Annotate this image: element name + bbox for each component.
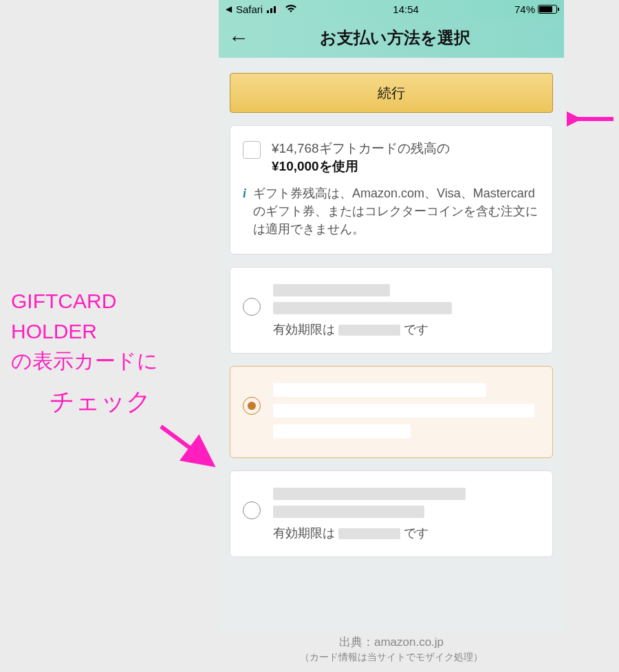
expiry-suffix: です [404,526,428,540]
giftcard-line2: ¥10,000を使用 [272,159,358,173]
page-title: お支払い方法を選択 [259,27,554,49]
arrow-diag-icon [155,421,217,476]
giftcard-info: ギフト券残高は、Amazon.com、Visa、Mastercardのギフト券、… [253,184,540,238]
annotation-check: チェック [50,385,151,419]
credit-block: 出典：amazon.co.jp （カード情報は当サイトでモザイク処理） [219,634,564,664]
wifi-icon [285,3,297,15]
giftcard-line1: ¥14,768ギフトカードの残高の [272,141,450,155]
payment-option-3[interactable]: 有効期限は です [230,470,553,557]
redacted [338,528,400,539]
info-icon: i [243,184,246,238]
phone-frame: ◀ Safari 14:54 74% ← お支払い方法を選択 続行 ¥1 [219,0,564,631]
signal-icon [267,3,281,15]
expiry-prefix: 有効期限は [273,323,335,336]
credit-source: 出典：amazon.co.jp [219,634,564,650]
app-bar: ← お支払い方法を選択 [219,18,564,58]
annotation-text: GIFTCARD HOLDER の表示カードに [11,286,158,376]
giftcard-panel: ¥14,768ギフトカードの残高の ¥10,000を使用 i ギフト券残高は、A… [230,125,553,254]
redacted [273,506,424,518]
svg-rect-2 [274,6,276,13]
continue-button[interactable]: 続行 [230,73,553,113]
redacted [338,325,400,336]
redacted [273,488,466,500]
battery-pct: 74% [514,3,535,15]
redacted [273,424,411,438]
status-left: ◀ Safari [226,3,297,15]
payment-option-1[interactable]: 有効期限は です [230,267,553,354]
giftcard-info-row: i ギフト券残高は、Amazon.com、Visa、Mastercardのギフト… [243,184,540,238]
credit-note: （カード情報は当サイトでモザイク処理） [219,651,564,664]
battery-icon [538,5,557,14]
option3-body: 有効期限は です [273,486,540,541]
status-time: 14:54 [393,3,419,15]
back-arrow-icon[interactable]: ← [228,26,249,50]
svg-rect-0 [267,10,269,13]
redacted [273,404,534,418]
radio-3[interactable] [243,501,261,519]
back-triangle-icon: ◀ [226,4,232,14]
back-app-label[interactable]: Safari [236,3,263,15]
arrow-right-icon [567,103,616,135]
expiry-suffix: です [404,323,428,336]
redacted [273,383,486,397]
radio-2[interactable] [243,397,261,415]
svg-rect-1 [270,8,272,13]
payment-option-2[interactable] [230,366,553,458]
status-bar: ◀ Safari 14:54 74% [219,0,564,18]
giftcard-text: ¥14,768ギフトカードの残高の ¥10,000を使用 [272,140,450,175]
status-right: 74% [514,3,557,15]
svg-line-5 [161,426,209,462]
giftcard-checkbox[interactable] [243,141,261,159]
svg-rect-3 [277,5,279,13]
radio-1[interactable] [243,298,261,316]
option2-body [273,382,540,442]
option1-body: 有効期限は です [273,283,540,338]
expiry-prefix: 有効期限は [273,526,335,540]
content-area: 続行 ¥14,768ギフトカードの残高の ¥10,000を使用 i ギフト券残高… [219,58,564,631]
redacted [273,284,390,296]
continue-label: 続行 [378,84,405,102]
redacted [273,302,452,314]
